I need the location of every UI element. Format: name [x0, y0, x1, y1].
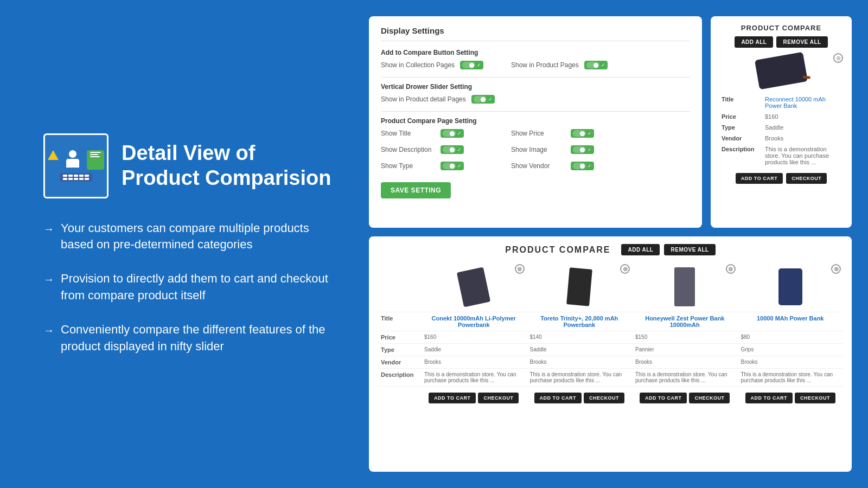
- product-1-buttons: ADD TO CART CHECKOUT: [421, 387, 527, 410]
- product-1-checkout[interactable]: CHECKOUT: [478, 393, 519, 403]
- toggle-dot-3: [481, 97, 486, 102]
- small-product-image: [754, 53, 808, 88]
- description-label: Description: [719, 144, 763, 168]
- product-1-name-link[interactable]: Conekt 10000mAh Li-Polymer Powerbank: [424, 315, 524, 328]
- description-value: This is a demonstration store. You can p…: [763, 144, 843, 168]
- product-2-button-group: ADD TO CART CHECKOUT: [530, 389, 629, 407]
- product-1-description: This is a demonstration store. You can p…: [421, 369, 527, 387]
- buttons-label-empty: [378, 387, 421, 410]
- logo-icon-top: [48, 150, 104, 170]
- small-add-all-button[interactable]: ADD ALL: [735, 36, 773, 48]
- description-row: Description This is a demonstration stor…: [378, 369, 843, 387]
- small-compare-title: PRODUCT COMPARE: [741, 24, 821, 32]
- section3-row-2: Show Description ✓ Show Image ✓: [381, 145, 690, 154]
- right-layout: Display Settings Add to Compare Button S…: [369, 0, 868, 488]
- check-icon: ✓: [477, 62, 481, 68]
- small-card-buttons: ADD TO CART CHECKOUT: [719, 173, 843, 184]
- show-price-label: Show Price: [511, 130, 565, 137]
- setting-show-description: Show Description ✓: [381, 145, 489, 154]
- product-4-type: Grips: [738, 344, 844, 356]
- settings-panel: Display Settings Add to Compare Button S…: [369, 16, 702, 228]
- product-3-checkout[interactable]: CHECKOUT: [689, 393, 730, 403]
- save-setting-button[interactable]: SAVE SETTING: [381, 182, 451, 198]
- product-2-title: Toreto Trinity+, 20,000 mAh Powerbank: [527, 312, 633, 331]
- small-close-button[interactable]: ⊗: [833, 53, 843, 63]
- product-1-vendor: Brooks: [421, 356, 527, 369]
- product-title-link[interactable]: Reconnect 10000 mAh Power Bank: [765, 96, 826, 109]
- product-1-button-group: ADD TO CART CHECKOUT: [424, 389, 524, 407]
- product-1-title: Conekt 10000mAh Li-Polymer Powerbank: [421, 312, 527, 331]
- keyboard-icon: [60, 173, 92, 182]
- product-3-vendor: Brooks: [632, 356, 738, 369]
- product-3-add-to-cart[interactable]: ADD TO CART: [640, 393, 687, 403]
- product-4-price: $80: [738, 331, 844, 344]
- title-row: Title Conekt 10000mAh Li-Polymer Powerba…: [378, 312, 843, 331]
- table-row-type: Type Saddle: [719, 122, 843, 133]
- section1-label: Add to Compare Button Setting: [381, 49, 690, 56]
- vendor-label: Vendor: [719, 133, 763, 144]
- product-4-description: This is a demonstration store. You can p…: [738, 369, 844, 387]
- product-3-close[interactable]: ⊗: [726, 264, 736, 274]
- small-checkout-button[interactable]: CHECKOUT: [786, 173, 827, 184]
- empty-header: [378, 262, 421, 312]
- arrow-icon-1: →: [43, 221, 54, 236]
- big-add-all-button[interactable]: ADD ALL: [621, 244, 660, 255]
- toggle-show-collection[interactable]: ✓: [460, 61, 483, 69]
- toggle-show-vendor[interactable]: ✓: [571, 162, 594, 170]
- toggle-dot-2: [593, 63, 598, 68]
- product-1-price: $160: [421, 331, 527, 344]
- chat-icon: [87, 150, 104, 170]
- setting-show-detail: Show in Product detail Pages ✓: [381, 95, 495, 104]
- toggle-show-product[interactable]: ✓: [584, 61, 608, 69]
- product-3-header: ⊗: [632, 262, 738, 312]
- product-4-name-link[interactable]: 10000 MAh Power Bank: [741, 315, 840, 322]
- toggle-show-image[interactable]: ✓: [571, 145, 594, 154]
- product-2-close[interactable]: ⊗: [620, 264, 630, 274]
- warning-icon: [48, 150, 59, 160]
- setting-show-type: Show Type ✓: [381, 162, 489, 170]
- toggle-show-title[interactable]: ✓: [441, 129, 464, 138]
- product-4-buttons: ADD TO CART CHECKOUT: [738, 387, 844, 410]
- product-4-add-to-cart[interactable]: ADD TO CART: [745, 393, 793, 403]
- product-2-checkout[interactable]: CHECKOUT: [584, 393, 624, 403]
- product-1-close[interactable]: ⊗: [515, 264, 525, 274]
- big-remove-all-button[interactable]: REMOVE ALL: [664, 244, 715, 255]
- bullet-item-2: → Provision to directly add them to cart…: [43, 271, 336, 304]
- small-product-image-container: ⊗: [719, 53, 843, 88]
- product-4-close[interactable]: ⊗: [831, 264, 841, 274]
- compare-image-row: ⊗ ⊗ ⊗: [378, 262, 843, 312]
- product-4-vendor: Brooks: [738, 356, 844, 369]
- product-2-buttons: ADD TO CART CHECKOUT: [527, 387, 633, 410]
- toggle-show-description[interactable]: ✓: [441, 145, 464, 154]
- big-compare-buttons: ADD ALL REMOVE ALL: [621, 244, 715, 255]
- setting-show-collection: Show in Collection Pages ✓: [381, 61, 489, 69]
- show-title-label: Show Title: [381, 130, 435, 137]
- check-icon-3: ✓: [488, 97, 493, 102]
- product-2-price: $140: [527, 331, 633, 344]
- logo-title-group: Detail View of Product Comparision: [43, 133, 336, 198]
- arrow-icon-3: →: [43, 323, 54, 338]
- toggle-show-detail[interactable]: ✓: [471, 95, 495, 104]
- section3-row-3: Show Type ✓ Show Vendor ✓: [381, 162, 690, 170]
- product-4-image: [778, 268, 802, 305]
- table-row-price: Price $160: [719, 111, 843, 122]
- product-3-image: [674, 267, 695, 306]
- show-product-label: Show in Product Pages: [511, 61, 579, 69]
- toggle-track-2: [586, 62, 599, 68]
- product-4-checkout[interactable]: CHECKOUT: [795, 393, 835, 403]
- product-2-name-link[interactable]: Toreto Trinity+, 20,000 mAh Powerbank: [530, 315, 629, 328]
- small-add-to-cart-button[interactable]: ADD TO CART: [736, 173, 783, 184]
- product-4-image-container: [740, 265, 841, 309]
- table-row-vendor: Vendor Brooks: [719, 133, 843, 144]
- toggle-show-price[interactable]: ✓: [571, 129, 594, 138]
- vendor-row: Vendor Brooks Brooks Brooks Brooks: [378, 356, 843, 369]
- divider-1: [381, 77, 690, 78]
- product-3-name-link[interactable]: Honeywell Zest Power Bank 10000mAh: [635, 315, 735, 328]
- bullet-item-1: → Your customers can compare multiple pr…: [43, 220, 336, 254]
- small-remove-all-button[interactable]: REMOVE ALL: [776, 36, 827, 48]
- product-1-add-to-cart[interactable]: ADD TO CART: [429, 393, 476, 403]
- person-head: [69, 150, 76, 158]
- toggle-show-type[interactable]: ✓: [441, 162, 464, 170]
- product-2-add-to-cart[interactable]: ADD TO CART: [534, 393, 582, 403]
- product-2-description: This is a demonstration store. You can p…: [527, 369, 633, 387]
